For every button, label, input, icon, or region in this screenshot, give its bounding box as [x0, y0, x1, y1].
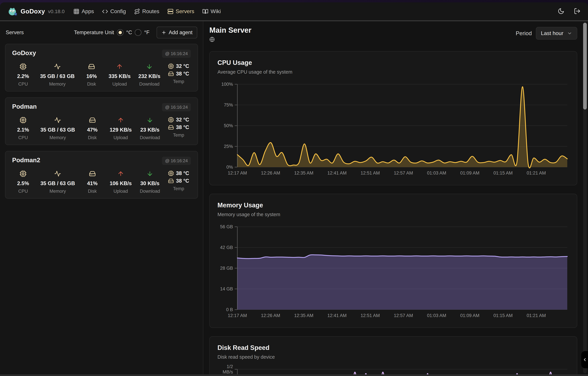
- stat-cpu: 2.2%CPU: [14, 63, 32, 87]
- chart-subtitle: Average CPU usage of the system: [217, 69, 569, 75]
- activity-icon: [54, 170, 61, 178]
- sidebar-title: Servers: [6, 30, 24, 36]
- server-last-update: @ 16:16:24: [162, 50, 191, 58]
- period-value: Last hour: [541, 30, 563, 36]
- nav-actions: [558, 8, 581, 15]
- fahrenheit-radio[interactable]: [135, 29, 141, 36]
- celsius-radio[interactable]: [117, 29, 124, 36]
- y-axis-labels: 56 GB42 GB28 GB14 GB0 B: [217, 227, 237, 310]
- y-axis-tick-label: 25%: [224, 144, 233, 149]
- x-axis-tick-label: 12:51 AM: [361, 170, 380, 176]
- x-axis-tick-label: 01:09 AM: [460, 313, 480, 318]
- temperature-unit-group: Temperature Unit °C °F Add agent: [74, 27, 197, 38]
- nav-item-routes[interactable]: Routes: [134, 8, 159, 14]
- activity-icon: [54, 117, 61, 124]
- stat-download: 23 KB/sDownload: [140, 117, 160, 140]
- horizontal-scrollbar-track: [0, 374, 588, 376]
- theme-toggle-button[interactable]: [558, 8, 564, 15]
- server-name: Podman: [12, 103, 37, 110]
- nav-item-apps[interactable]: Apps: [73, 8, 94, 14]
- route-icon: [134, 8, 140, 14]
- fahrenheit-label: °F: [144, 30, 149, 36]
- y-axis-tick-label: 50%: [224, 123, 233, 128]
- y-axis-tick-label: 100%: [221, 82, 233, 87]
- y-axis-tick-label: 0%: [226, 164, 233, 170]
- stat-disk: 47%Disk: [83, 117, 102, 140]
- harddrive-icon: [88, 63, 95, 71]
- y-axis-tick-label: 14 GB: [220, 286, 233, 292]
- upload-arrow-icon: [117, 170, 124, 178]
- memory-usage-card: Memory Usage Memory usage of the system …: [209, 194, 577, 328]
- download-arrow-icon: [147, 117, 153, 124]
- nav-item-servers[interactable]: Servers: [167, 8, 194, 14]
- chart-subtitle: Disk read speed by device: [217, 354, 569, 360]
- logout-button[interactable]: [574, 8, 581, 15]
- book-icon: [202, 8, 208, 14]
- vertical-scrollbar-thumb[interactable]: [583, 23, 587, 109]
- x-axis-tick-label: 12:35 AM: [294, 170, 313, 176]
- stat-cpu: 2.1%CPU: [14, 117, 32, 140]
- servers-sidebar: Servers Temperature Unit °C °F Add agent…: [0, 21, 203, 375]
- drawer-toggle-handle[interactable]: [581, 351, 588, 368]
- x-axis-tick-label: 01:15 AM: [493, 313, 513, 318]
- download-arrow-icon: [146, 63, 153, 71]
- stat-temp: 32 °C38 °CTemp: [168, 63, 189, 87]
- stat-temp: 38 °C38 °CTemp: [168, 170, 189, 194]
- main-layout: Servers Temperature Unit °C °F Add agent…: [0, 21, 588, 375]
- app-window: GoDoxy v0.18.0 AppsConfigRoutesServersWi…: [0, 2, 588, 376]
- stat-download: 232 KB/sDownload: [139, 63, 160, 87]
- x-axis-tick-label: 12:35 AM: [294, 313, 313, 318]
- server-list: GoDoxy@ 16:16:242.2%CPU35 GB / 63 GBMemo…: [5, 44, 198, 198]
- server-card-godoxy[interactable]: GoDoxy@ 16:16:242.2%CPU35 GB / 63 GBMemo…: [5, 44, 198, 92]
- y-axis-tick-label: 28 GB: [220, 265, 233, 271]
- stat-upload: 106 KB/sUpload: [110, 170, 132, 194]
- nav-item-config[interactable]: Config: [102, 8, 126, 14]
- stat-memory: 35 GB / 63 GBMemory: [40, 63, 75, 87]
- brand-name: GoDoxy: [21, 8, 45, 15]
- navbar: GoDoxy v0.18.0 AppsConfigRoutesServersWi…: [0, 2, 588, 21]
- memory-usage-chart: [237, 227, 567, 310]
- period-select[interactable]: Last hour: [536, 27, 577, 40]
- disk-temp-icon: [168, 125, 174, 130]
- cpu-usage-card: CPU Usage Average CPU usage of the syste…: [209, 51, 577, 185]
- disk-read-speed-card: Disk Read Speed Disk read speed by devic…: [209, 336, 577, 375]
- server-last-update: @ 16:16:24: [162, 103, 191, 111]
- temperature-unit-label: Temperature Unit: [74, 30, 114, 36]
- x-axis-tick-label: 01:21 AM: [527, 313, 546, 318]
- x-axis-tick-label: 12:41 AM: [327, 170, 347, 176]
- nav-items: AppsConfigRoutesServersWiki: [73, 8, 221, 14]
- x-axis-tick-label: 01:21 AM: [527, 170, 546, 176]
- y-axis-tick-label: 0 B: [226, 307, 233, 312]
- chart-title: Memory Usage: [217, 201, 569, 209]
- stat-cpu: 2.5%CPU: [14, 170, 32, 194]
- x-axis-tick-label: 12:17 AM: [228, 313, 247, 318]
- period-label: Period: [516, 30, 532, 37]
- chart-body: 56 GB42 GB28 GB14 GB0 B: [217, 227, 569, 310]
- plus-icon: [161, 30, 166, 35]
- nav-item-wiki[interactable]: Wiki: [202, 8, 221, 14]
- cpu-temp-icon: [168, 170, 174, 176]
- stat-upload: 335 KB/sUpload: [108, 63, 131, 87]
- add-agent-button[interactable]: Add agent: [157, 27, 197, 38]
- server-card-podman2[interactable]: Podman2@ 16:16:242.5%CPU35 GB / 63 GBMem…: [5, 151, 198, 198]
- add-agent-label: Add agent: [169, 30, 192, 36]
- x-axis-tick-label: 12:26 AM: [261, 170, 280, 176]
- y-axis-tick-label: 1/2 MB/s: [223, 364, 233, 375]
- x-axis-labels: 12:17 AM12:26 AM12:35 AM12:41 AM12:51 AM…: [237, 170, 569, 179]
- disk-temp-icon: [168, 71, 174, 77]
- code-icon: [102, 8, 108, 14]
- servers-icon: [167, 8, 173, 14]
- server-card-podman[interactable]: Podman@ 16:16:242.1%CPU35 GB / 63 GBMemo…: [5, 97, 198, 145]
- upload-arrow-icon: [116, 63, 123, 71]
- x-axis-labels: 12:17 AM12:26 AM12:35 AM12:41 AM12:51 AM…: [237, 313, 569, 322]
- y-axis-tick-label: 75%: [224, 102, 233, 108]
- godoxy-logo-icon: [7, 7, 17, 16]
- celsius-label: °C: [126, 30, 132, 36]
- activity-icon: [54, 63, 61, 71]
- grid-icon: [73, 8, 79, 14]
- main-header: Main Server Period Last hour: [209, 26, 577, 43]
- x-axis-tick-label: 01:03 AM: [427, 170, 446, 176]
- stat-memory: 35 GB / 63 GBMemory: [41, 117, 75, 140]
- x-axis-tick-label: 12:57 AM: [394, 170, 413, 176]
- disk-temp-icon: [168, 178, 174, 184]
